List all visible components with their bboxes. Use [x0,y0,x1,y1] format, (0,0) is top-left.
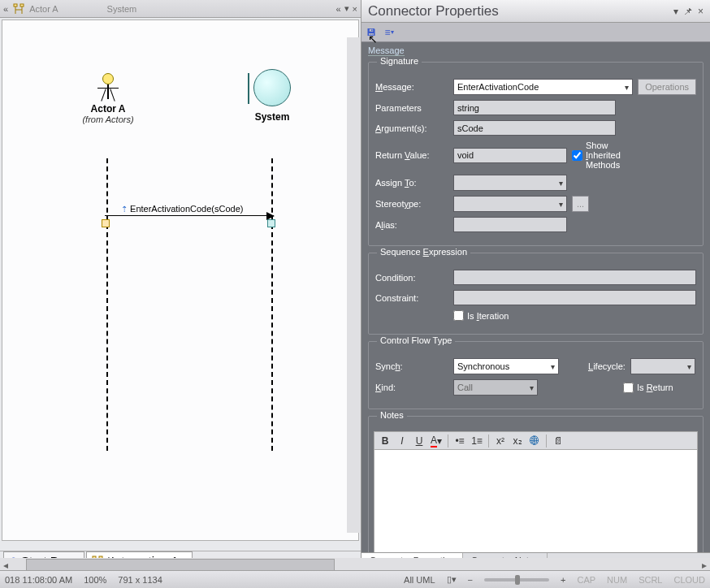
source-port[interactable] [102,219,110,227]
return-input[interactable] [453,148,567,163]
notes-textarea[interactable] [374,449,698,552]
font-color-icon[interactable]: A▾ [429,434,444,448]
sequence-expression-group: Sequence Expression Condition: Constrain… [368,253,704,335]
header-actor: Actor A [29,4,58,14]
notes-group: Notes B I U A▾ •≡ 1≡ x² x₂ 🌐︎ 📄︎ [368,416,704,552]
kind-label: Kind: [375,383,448,392]
subscript-icon[interactable]: x₂ [510,434,525,448]
actor-a[interactable]: Actor A (from Actors) [80,73,136,124]
diagram-header: « Actor A System « ▾ × [0,0,361,18]
parameters-label: Parameters [375,103,448,113]
assign-combo[interactable] [453,175,567,191]
is-return-check[interactable]: Is Return [623,383,696,393]
signature-group: Signature Message: EnterActivationCode O… [368,62,704,246]
chevron-left-icon[interactable]: « [3,4,8,14]
dropdown-icon[interactable]: ▾ [673,6,678,17]
assign-label: Assign To: [375,178,448,188]
svg-rect-0 [14,4,17,6]
lifecycle-label: Lifecycle: [588,361,626,371]
message-subtab[interactable]: Message [361,42,710,57]
boundary-icon [253,69,291,106]
number-list-icon[interactable]: 1≡ [470,434,484,448]
pin-icon[interactable]: 📌︎ [683,6,693,17]
status-num: NUM [607,575,627,585]
zoom-dropdown-icon[interactable]: ▯▾ [447,574,457,585]
vertical-scrollbar[interactable] [347,37,361,533]
arguments-label: Argument(s): [375,123,448,133]
menu-icon[interactable]: ≡▾ [383,26,396,39]
panel-title: Connector Properties [368,3,499,19]
zoom-slider[interactable] [484,578,549,582]
synch-label: Synch: [375,361,448,371]
return-arrow-icon: ⇡ [121,205,128,214]
stereotype-combo[interactable] [453,196,567,212]
parameters-input[interactable] [453,100,616,115]
hyperlink-icon[interactable]: 🌐︎ [527,434,542,448]
italic-icon[interactable]: I [395,434,409,448]
constraint-label: Constraint: [375,293,448,303]
diagram-canvas[interactable]: Actor A (from Actors) System ⇡ EnterActi… [2,19,359,541]
zoom-in-icon[interactable]: + [561,575,565,585]
status-cap: CAP [577,575,595,585]
message-connector[interactable]: ⇡ EnterActivationCode(sCode) [105,205,274,216]
status-cloud: CLOUD [673,575,705,585]
stereotype-label: Stereotype: [375,199,448,209]
constraint-input[interactable] [453,290,696,305]
condition-label: Condition: [375,273,448,283]
panel-title-bar: Connector Properties ▾ 📌︎ × [361,0,710,23]
system-name: System [246,111,298,123]
svg-rect-1 [20,4,24,6]
bullet-list-icon[interactable]: •≡ [452,434,467,448]
chevron-left-double-icon[interactable]: « [336,4,340,14]
message-label: Message: [375,82,448,92]
panel-toolbar: 💾︎↖ ≡▾ [361,23,710,42]
return-label: Return Value: [375,150,448,160]
bold-icon[interactable]: B [378,434,392,448]
actor-head-icon [102,73,114,84]
message-combo[interactable]: EnterActivationCode [453,79,633,95]
lifeline-actor[interactable] [106,158,108,451]
header-system: System [107,4,137,14]
zoom-out-icon[interactable]: − [468,575,473,585]
status-zoom: 100% [84,575,106,585]
synch-combo[interactable]: Synchronous [453,358,559,374]
alias-input[interactable] [453,217,567,232]
close-header-icon[interactable]: × [353,4,357,14]
status-scrl: SCRL [639,575,662,585]
control-flow-group: Control Flow Type Synch: Synchronous Lif… [368,341,704,409]
arrow-icon [105,215,274,216]
notes-toolbar: B I U A▾ •≡ 1≡ x² x₂ 🌐︎ 📄︎ [374,431,698,449]
system-element[interactable]: System [246,69,298,123]
status-filter[interactable]: All UML [404,575,435,585]
arguments-input[interactable] [453,120,616,136]
new-note-icon[interactable]: 📄︎ [551,434,565,448]
alias-label: Alias: [375,220,448,230]
status-bar: 018 11:08:00 AM 100% 791 x 1134 All UML … [0,570,710,588]
underline-icon[interactable]: U [412,434,426,448]
is-iteration-check[interactable]: Is Iteration [453,310,526,321]
superscript-icon[interactable]: x² [493,434,508,448]
status-dims: 791 x 1134 [118,575,162,585]
close-panel-icon[interactable]: × [698,6,704,17]
actor-from: (from Actors) [80,115,136,124]
condition-input[interactable] [453,270,696,285]
message-text: EnterActivationCode(sCode) [130,204,243,214]
lifeline-system[interactable] [271,158,273,451]
target-port[interactable] [267,219,275,227]
lifecycle-combo[interactable] [630,358,695,374]
sequence-diagram-icon [13,3,24,15]
status-time: 018 11:08:00 AM [5,575,72,585]
stereotype-browse-button[interactable]: ... [572,196,589,212]
save-icon[interactable]: 💾︎↖ [365,26,378,39]
kind-combo: Call [453,379,538,396]
operations-button[interactable]: Operations [638,79,696,95]
show-inherited-check[interactable]: Show Inherited Methods [572,141,645,170]
dropdown-icon[interactable]: ▾ [344,3,349,14]
actor-name: Actor A [80,103,136,115]
